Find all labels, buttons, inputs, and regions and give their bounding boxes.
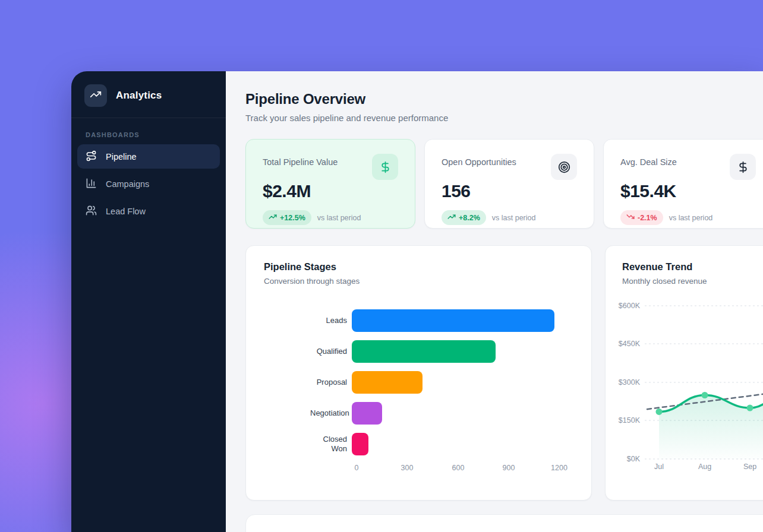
sidebar-item-label: Lead Flow (106, 207, 146, 216)
stat-comparison: vs last period (669, 214, 713, 222)
sidebar-item-label: Pipeline (106, 152, 137, 162)
app-window: Analytics DASHBOARDS Pipeline Campaigns (71, 71, 763, 532)
stat-label: Avg. Deal Size (620, 154, 677, 167)
change-badge: -2.1% (620, 210, 663, 225)
bar-row: Closed Won (264, 433, 573, 455)
app-logo (84, 84, 107, 107)
x-tick: 900 (503, 464, 515, 472)
stats-row: Total Pipeline Value $2.4M +12.5% vs las… (245, 139, 763, 229)
stat-card-open-opportunities: Open Opportunities 156 +8.2% vs last per… (424, 139, 594, 229)
change-badge: +12.5% (263, 210, 311, 225)
chart-subtitle: Conversion through stages (264, 277, 573, 286)
x-axis: 0 300 600 900 1200 (357, 464, 573, 474)
chart-title: Revenue Trend (606, 261, 763, 273)
bar-row: Negotiation (264, 402, 573, 425)
dollar-icon (730, 154, 756, 180)
bar-label: Proposal (310, 378, 352, 387)
y-tick: $450K (609, 340, 640, 348)
sidebar-item-pipeline[interactable]: Pipeline (77, 144, 220, 169)
bar-row: Proposal (264, 371, 573, 394)
trending-up-icon (90, 88, 102, 103)
stat-comparison: vs last period (317, 214, 361, 222)
dollar-icon (372, 154, 398, 180)
bar-qualified (352, 340, 496, 363)
y-tick: $150K (609, 416, 640, 425)
x-tick: 600 (452, 464, 465, 472)
stat-value: 156 (442, 181, 577, 201)
bar-label: Closed Won (310, 435, 352, 454)
y-tick: $0K (609, 455, 640, 463)
sidebar-header: Analytics (71, 71, 226, 118)
sidebar-item-lead-flow[interactable]: Lead Flow (77, 199, 220, 223)
trending-up-icon (269, 213, 277, 223)
chart-subtitle: Monthly closed revenue (606, 277, 763, 286)
revenue-trend-card: Revenue Trend Monthly closed revenue $60… (605, 245, 763, 501)
y-tick: $600K (609, 302, 640, 310)
bar-leads (352, 309, 554, 332)
stat-label: Total Pipeline Value (263, 154, 338, 167)
stat-value: $15.4K (620, 181, 756, 201)
bar-row: Qualified (264, 340, 573, 363)
x-label: Aug (698, 463, 711, 471)
sidebar-item-campaigns[interactable]: Campaigns (77, 172, 220, 196)
main-content: Pipeline Overview Track your sales pipel… (226, 71, 763, 532)
revenue-trend-line-chart: $600K $450K $300K $150K $0K Jul Aug Sep (606, 295, 763, 479)
chart-title: Pipeline Stages (264, 261, 573, 273)
stat-value: $2.4M (263, 181, 398, 201)
bar-label: Qualified (310, 347, 352, 356)
stat-comparison: vs last period (492, 214, 536, 222)
bar-row: Leads (264, 309, 573, 332)
charts-row: Pipeline Stages Conversion through stage… (245, 245, 763, 501)
x-tick: 1200 (551, 464, 567, 472)
change-badge: +8.2% (442, 210, 486, 225)
stat-card-total-pipeline-value: Total Pipeline Value $2.4M +12.5% vs las… (245, 139, 415, 229)
x-tick: 300 (401, 464, 414, 472)
sidebar-nav: Pipeline Campaigns Lead Flow (71, 144, 226, 226)
sidebar: Analytics DASHBOARDS Pipeline Campaigns (71, 71, 226, 532)
x-label: Sep (743, 463, 756, 471)
partial-bottom-card (245, 514, 763, 532)
x-label: Jul (654, 463, 664, 471)
route-icon (86, 150, 97, 163)
users-icon (86, 205, 97, 218)
bar-negotiation (352, 402, 382, 425)
sidebar-item-label: Campaigns (106, 179, 149, 189)
page-title: Pipeline Overview (245, 91, 763, 107)
bar-label: Leads (310, 316, 352, 325)
bar-chart-icon (86, 178, 97, 191)
pipeline-stages-card: Pipeline Stages Conversion through stage… (245, 245, 592, 501)
page-subtitle: Track your sales pipeline and revenue pe… (245, 113, 763, 123)
sidebar-section-label: DASHBOARDS (86, 131, 226, 138)
target-icon (551, 154, 577, 180)
bar-label: Negotiation (310, 408, 352, 418)
app-title: Analytics (116, 90, 162, 102)
trending-up-icon (447, 213, 456, 223)
x-tick: 0 (355, 464, 359, 472)
bar-proposal (352, 371, 423, 394)
stat-card-avg-deal-size: Avg. Deal Size $15.4K -2.1% vs last peri… (603, 139, 763, 229)
bar-closed-won (352, 433, 368, 455)
pipeline-stages-bar-chart: Leads Qualified Proposal Negotiation (264, 309, 573, 474)
stat-label: Open Opportunities (442, 154, 516, 167)
trending-down-icon (626, 213, 635, 223)
y-tick: $300K (609, 378, 640, 387)
